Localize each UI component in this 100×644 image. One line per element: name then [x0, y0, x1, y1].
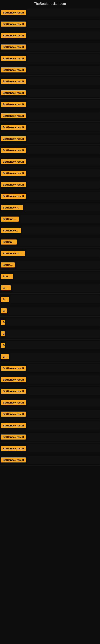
row-content-bar	[27, 398, 100, 406]
bottleneck-badge[interactable]: Bottleneck result	[1, 148, 26, 153]
bottleneck-badge[interactable]: Bottleneck result	[1, 458, 26, 462]
row-content-bar	[27, 146, 100, 154]
row-content-bar	[27, 54, 100, 62]
list-item: Bottleneck result	[0, 236, 100, 248]
list-item: Bottleneck result	[0, 282, 100, 294]
bottleneck-badge[interactable]: Bottleneck result	[1, 182, 26, 187]
row-content-bar	[27, 123, 100, 131]
row-content-bar	[27, 100, 100, 108]
list-item: Bottleneck result	[0, 328, 100, 340]
list-item: Bottleneck result	[0, 431, 100, 443]
list-item: Bottleneck result	[0, 64, 100, 76]
bottleneck-badge[interactable]: Bottleneck result	[1, 33, 26, 38]
row-content-bar	[27, 169, 100, 177]
bottleneck-badge[interactable]: Bottleneck result	[1, 297, 9, 302]
list-item: Bottleneck result	[0, 87, 100, 98]
bottleneck-badge[interactable]: Bottleneck result	[1, 205, 23, 210]
bottleneck-badge[interactable]: Bottleneck result	[1, 102, 26, 107]
row-content-bar	[27, 77, 100, 85]
bottleneck-badge[interactable]: Bottleneck result	[1, 216, 19, 222]
list-item: Bottleneck result	[0, 259, 100, 271]
row-content-bar	[18, 238, 100, 246]
row-content-bar	[16, 261, 100, 269]
bottleneck-badge[interactable]: Bottleneck result	[1, 377, 26, 382]
row-content-bar	[27, 364, 100, 372]
row-content-bar	[27, 135, 100, 143]
row-content-bar	[27, 422, 100, 430]
bottleneck-badge[interactable]: Bottleneck result	[1, 251, 25, 256]
list-item: Bottleneck result	[0, 316, 100, 328]
bottleneck-badge[interactable]: Bottleneck result	[1, 90, 26, 96]
list-item: Bottleneck result	[0, 18, 100, 30]
row-content-bar	[27, 158, 100, 166]
list-item: Bottleneck result	[0, 340, 100, 351]
row-content-bar	[27, 20, 100, 28]
row-content-bar	[27, 43, 100, 51]
bottleneck-badge[interactable]: Bottleneck result	[1, 354, 9, 359]
row-content-bar	[10, 352, 100, 361]
rows-container: Bottleneck resultBottleneck resultBottle…	[0, 7, 100, 466]
row-content-bar	[27, 433, 100, 441]
site-title: TheBottlenecker.com	[0, 0, 100, 7]
list-item: Bottleneck result	[0, 294, 100, 305]
list-item: Bottleneck result	[0, 30, 100, 41]
bottleneck-badge[interactable]: Bottleneck result	[1, 423, 26, 428]
list-item: Bottleneck result	[0, 443, 100, 454]
list-item: Bottleneck result	[0, 408, 100, 420]
bottleneck-badge[interactable]: Bottleneck result	[1, 228, 21, 233]
bottleneck-badge[interactable]: Bottleneck result	[1, 308, 7, 313]
list-item: Bottleneck result	[0, 362, 100, 374]
list-item: Bottleneck result	[0, 110, 100, 122]
bottleneck-badge[interactable]: Bottleneck result	[1, 388, 26, 394]
list-item: Bottleneck result	[0, 76, 100, 87]
bottleneck-badge[interactable]: Bottleneck result	[1, 412, 26, 416]
row-content-bar	[27, 89, 100, 97]
row-content-bar	[12, 284, 100, 292]
row-content-bar	[27, 112, 100, 120]
list-item: Bottleneck result	[0, 225, 100, 236]
bottleneck-badge[interactable]: Bottleneck result	[1, 159, 26, 164]
bottleneck-badge[interactable]: Bottleneck result	[1, 320, 5, 325]
bottleneck-badge[interactable]: Bottleneck result	[1, 262, 15, 268]
bottleneck-badge[interactable]: Bottleneck result	[1, 44, 26, 50]
list-item: Bottleneck result	[0, 374, 100, 386]
list-item: Bottleneck result	[0, 213, 100, 225]
row-content-bar	[27, 192, 100, 200]
row-content-bar	[14, 272, 100, 280]
bottleneck-badge[interactable]: Bottleneck result	[1, 136, 26, 141]
row-content-bar	[6, 330, 100, 338]
row-content-bar	[22, 226, 100, 234]
row-content-bar	[20, 215, 100, 223]
bottleneck-badge[interactable]: Bottleneck result	[1, 171, 26, 176]
bottleneck-badge[interactable]: Bottleneck result	[1, 446, 26, 451]
row-content-bar	[27, 456, 100, 464]
list-item: Bottleneck result	[0, 98, 100, 110]
bottleneck-badge[interactable]: Bottleneck result	[1, 400, 26, 405]
list-item: Bottleneck result	[0, 305, 100, 316]
bottleneck-badge[interactable]: Bottleneck result	[1, 68, 26, 72]
bottleneck-badge[interactable]: Bottleneck result	[1, 343, 5, 348]
list-item: Bottleneck result	[0, 133, 100, 144]
list-item: Bottleneck result	[0, 271, 100, 282]
row-content-bar	[8, 307, 100, 315]
list-item: Bottleneck result	[0, 122, 100, 133]
row-content-bar	[6, 341, 100, 349]
bottleneck-badge[interactable]: Bottleneck result	[1, 22, 26, 26]
list-item: Bottleneck result	[0, 168, 100, 179]
bottleneck-badge[interactable]: Bottleneck result	[1, 113, 26, 118]
list-item: Bottleneck result	[0, 397, 100, 408]
bottleneck-badge[interactable]: Bottleneck result	[1, 79, 26, 84]
bottleneck-badge[interactable]: Bottleneck result	[1, 274, 13, 279]
row-content-bar	[27, 387, 100, 395]
bottleneck-badge[interactable]: Bottleneck result	[1, 56, 26, 61]
bottleneck-badge[interactable]: Bottleneck result	[1, 194, 26, 199]
list-item: Bottleneck result	[0, 454, 100, 466]
bottleneck-badge[interactable]: Bottleneck result	[1, 285, 11, 290]
bottleneck-badge[interactable]: Bottleneck result	[1, 125, 26, 130]
bottleneck-badge[interactable]: Bottleneck result	[1, 366, 26, 371]
bottleneck-badge[interactable]: Bottleneck result	[1, 240, 17, 244]
bottleneck-badge[interactable]: Bottleneck result	[1, 331, 5, 336]
list-item: Bottleneck result	[0, 53, 100, 64]
bottleneck-badge[interactable]: Bottleneck result	[1, 434, 26, 440]
bottleneck-badge[interactable]: Bottleneck result	[1, 10, 26, 15]
